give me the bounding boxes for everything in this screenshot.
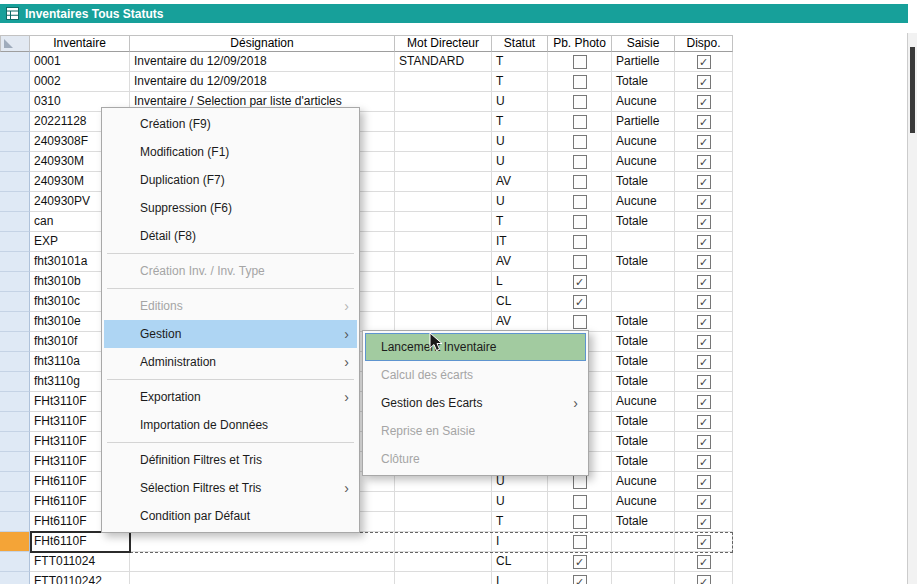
row-selector[interactable] <box>0 512 30 532</box>
vertical-scrollbar[interactable] <box>907 33 917 584</box>
dispo-checkbox[interactable]: ✓ <box>697 455 711 469</box>
pb-photo-checkbox[interactable] <box>573 135 587 149</box>
pb-photo-checkbox[interactable] <box>573 95 587 109</box>
row-selector[interactable] <box>0 312 30 332</box>
row-selector[interactable] <box>0 492 30 512</box>
menu-item-gestion[interactable]: Gestion› <box>104 320 357 348</box>
dispo-checkbox[interactable]: ✓ <box>697 235 711 249</box>
table-row[interactable]: FHt6110FI✓ <box>0 532 733 552</box>
pb-photo-checkbox[interactable] <box>573 75 587 89</box>
dispo-checkbox[interactable]: ✓ <box>697 95 711 109</box>
column-header-dispo[interactable]: Dispo. <box>675 35 733 52</box>
pb-photo-checkbox[interactable] <box>573 475 587 489</box>
dispo-checkbox[interactable]: ✓ <box>697 115 711 129</box>
table-row[interactable]: FTT0110242I✓✓ <box>0 572 733 584</box>
dispo-checkbox[interactable]: ✓ <box>697 375 711 389</box>
pb-photo-checkbox[interactable] <box>573 515 587 529</box>
pb-photo-checkbox[interactable] <box>573 215 587 229</box>
pb-photo-checkbox[interactable] <box>573 315 587 329</box>
row-selector[interactable] <box>0 412 30 432</box>
pb-photo-checkbox[interactable] <box>573 535 587 549</box>
column-header-pb-photo[interactable]: Pb. Photo <box>548 35 612 52</box>
row-selector[interactable] <box>0 152 30 172</box>
row-selector[interactable] <box>0 92 30 112</box>
pb-photo-checkbox[interactable] <box>573 235 587 249</box>
dispo-checkbox[interactable]: ✓ <box>697 515 711 529</box>
row-selector[interactable] <box>0 552 30 572</box>
dispo-checkbox[interactable]: ✓ <box>697 55 711 69</box>
dispo-checkbox[interactable]: ✓ <box>697 575 711 584</box>
column-header-statut[interactable]: Statut <box>492 35 548 52</box>
pb-photo-checkbox[interactable] <box>573 195 587 209</box>
dispo-checkbox[interactable]: ✓ <box>697 275 711 289</box>
row-selector[interactable] <box>0 332 30 352</box>
row-selector[interactable] <box>0 472 30 492</box>
pb-photo-checkbox[interactable] <box>573 255 587 269</box>
dispo-checkbox[interactable]: ✓ <box>697 155 711 169</box>
table-row[interactable]: 0001Inventaire du 12/09/2018STANDARDTPar… <box>0 52 733 72</box>
column-header-mot-directeur[interactable]: Mot Directeur <box>395 35 492 52</box>
dispo-checkbox[interactable]: ✓ <box>697 395 711 409</box>
menu-item-suppression-f6[interactable]: Suppression (F6) <box>104 194 357 222</box>
dispo-checkbox[interactable]: ✓ <box>697 75 711 89</box>
menu-item-exportation[interactable]: Exportation› <box>104 383 357 411</box>
row-selector[interactable] <box>0 212 30 232</box>
pb-photo-checkbox[interactable]: ✓ <box>573 295 587 309</box>
pb-photo-checkbox[interactable] <box>573 175 587 189</box>
dispo-checkbox[interactable]: ✓ <box>697 435 711 449</box>
pb-photo-checkbox[interactable] <box>573 155 587 169</box>
row-selector[interactable] <box>0 252 30 272</box>
menu-item-condition-par-d-faut[interactable]: Condition par Défaut <box>104 502 357 530</box>
row-selector[interactable] <box>0 372 30 392</box>
dispo-checkbox[interactable]: ✓ <box>697 415 711 429</box>
pb-photo-checkbox[interactable]: ✓ <box>573 575 587 584</box>
row-selector[interactable] <box>0 132 30 152</box>
menu-item-importation-de-donn-es[interactable]: Importation de Données <box>104 411 357 439</box>
dispo-checkbox[interactable]: ✓ <box>697 335 711 349</box>
dispo-checkbox[interactable]: ✓ <box>697 195 711 209</box>
row-selector[interactable] <box>0 232 30 252</box>
menu-item-lancement-inventaire[interactable]: Lancement Inventaire <box>365 333 586 361</box>
row-selector[interactable] <box>0 452 30 472</box>
menu-item-d-tail-f8[interactable]: Détail (F8) <box>104 222 357 250</box>
row-selector[interactable] <box>0 192 30 212</box>
row-selector[interactable] <box>0 432 30 452</box>
dispo-checkbox[interactable]: ✓ <box>697 355 711 369</box>
dispo-checkbox[interactable]: ✓ <box>697 535 711 549</box>
row-selector[interactable] <box>0 532 30 552</box>
pb-photo-checkbox[interactable] <box>573 495 587 509</box>
pb-photo-checkbox[interactable]: ✓ <box>573 555 587 569</box>
row-selector[interactable] <box>0 392 30 412</box>
menu-item-modification-f1[interactable]: Modification (F1) <box>104 138 357 166</box>
menu-item-duplication-f7[interactable]: Duplication (F7) <box>104 166 357 194</box>
row-selector[interactable] <box>0 72 30 92</box>
table-row[interactable]: FTT011024CL✓✓ <box>0 552 733 572</box>
pb-photo-checkbox[interactable] <box>573 115 587 129</box>
row-selector[interactable] <box>0 52 30 72</box>
dispo-checkbox[interactable]: ✓ <box>697 135 711 149</box>
column-header-inventaire[interactable]: Inventaire <box>30 35 130 52</box>
row-selector[interactable] <box>0 292 30 312</box>
table-row[interactable]: 0002Inventaire du 12/09/2018TTotale✓ <box>0 72 733 92</box>
pb-photo-checkbox[interactable] <box>573 55 587 69</box>
row-selector[interactable] <box>0 572 30 584</box>
dispo-checkbox[interactable]: ✓ <box>697 215 711 229</box>
menu-item-cr-ation-f9[interactable]: Création (F9) <box>104 110 357 138</box>
pb-photo-checkbox[interactable]: ✓ <box>573 275 587 289</box>
row-selector[interactable] <box>0 272 30 292</box>
menu-item-d-finition-filtres-et-tris[interactable]: Définition Filtres et Tris <box>104 446 357 474</box>
column-header-d-signation[interactable]: Désignation <box>130 35 395 52</box>
scrollbar-thumb[interactable] <box>910 47 915 133</box>
dispo-checkbox[interactable]: ✓ <box>697 555 711 569</box>
column-header-saisie[interactable]: Saisie <box>612 35 675 52</box>
row-selector[interactable] <box>0 172 30 192</box>
select-all-corner[interactable] <box>0 35 30 52</box>
dispo-checkbox[interactable]: ✓ <box>697 255 711 269</box>
row-selector[interactable] <box>0 112 30 132</box>
dispo-checkbox[interactable]: ✓ <box>697 315 711 329</box>
dispo-checkbox[interactable]: ✓ <box>697 495 711 509</box>
dispo-checkbox[interactable]: ✓ <box>697 295 711 309</box>
dispo-checkbox[interactable]: ✓ <box>697 175 711 189</box>
dispo-checkbox[interactable]: ✓ <box>697 475 711 489</box>
menu-item-administration[interactable]: Administration› <box>104 348 357 376</box>
